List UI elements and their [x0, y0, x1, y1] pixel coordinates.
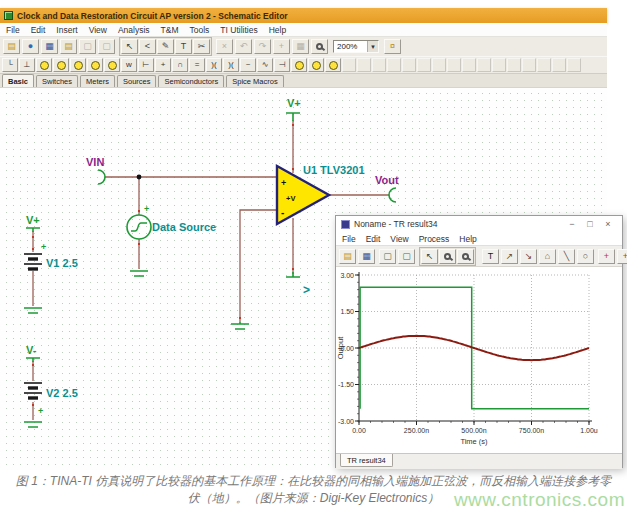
open-macro-icon[interactable]: ▤ [60, 39, 77, 54]
interactive-mode-icon[interactable]: ¤ [384, 39, 401, 54]
empty-toolbar-slot [537, 58, 551, 72]
svg-text:1.00u: 1.00u [580, 427, 598, 434]
relay-icon[interactable]: ∿ [257, 58, 273, 72]
chevron-down-icon[interactable]: ▼ [367, 41, 378, 52]
cursor-b-icon[interactable]: + [617, 249, 627, 264]
transformer2-icon[interactable]: )( [223, 58, 239, 72]
meter1-icon[interactable] [291, 58, 307, 72]
component-tab-row: BasicSwitchesMetersSourcesSemiconductors… [0, 73, 607, 87]
empty-toolbar-slot [507, 58, 521, 72]
zoom-in-icon[interactable] [439, 249, 456, 264]
menu-item-file[interactable]: File [342, 234, 356, 244]
open-file-icon[interactable]: ▤ [339, 249, 356, 264]
menu-item-edit[interactable]: Edit [31, 25, 46, 35]
empty-toolbar-slot [462, 58, 476, 72]
minimize-button[interactable]: − [563, 219, 581, 229]
undo-icon[interactable]: ↶ [235, 39, 252, 54]
tab-basic[interactable]: Basic [2, 74, 34, 87]
battery-icon[interactable] [53, 58, 69, 72]
tab-meters[interactable]: Meters [80, 75, 115, 87]
home-icon[interactable]: ⌂ [539, 249, 556, 264]
tab-sources[interactable]: Sources [117, 75, 157, 87]
magnifier-icon[interactable] [311, 39, 328, 54]
inductor-icon[interactable]: ∩ [172, 58, 188, 72]
current-source-icon[interactable] [70, 58, 86, 72]
text-tool-icon[interactable]: T [175, 39, 192, 54]
line-tool-icon[interactable]: ╲ [558, 249, 575, 264]
result-title-bar[interactable]: Noname - TR result34 −□× [336, 216, 622, 232]
ellipse-tool-icon[interactable]: ○ [577, 249, 594, 264]
resistor-icon[interactable]: w [121, 58, 137, 72]
netlist-icon[interactable]: ● [22, 39, 39, 54]
meter3-icon[interactable] [325, 58, 341, 72]
ground-icon[interactable]: ⊥ [19, 58, 35, 72]
svg-text:1.50: 1.50 [340, 308, 354, 315]
coupled-inductor-icon[interactable]: = [189, 58, 205, 72]
voltage-source-icon [40, 61, 49, 70]
menu-item-view[interactable]: View [89, 25, 107, 35]
menu-item-view[interactable]: View [390, 234, 408, 244]
cursor-a-icon[interactable]: + [598, 249, 615, 264]
empty-toolbar-slot [402, 58, 416, 72]
menu-item-file[interactable]: File [6, 25, 20, 35]
paste-icon[interactable]: ▢ [398, 249, 415, 264]
save-icon[interactable]: ▦ [41, 39, 58, 54]
potentiometer-icon[interactable]: ⊢ [138, 58, 154, 72]
tr-result-window: Noname - TR result34 −□× FileEditViewPro… [335, 215, 623, 468]
toolbar-group: ↖ [419, 247, 476, 266]
probe-b-icon[interactable]: ↘ [520, 249, 537, 264]
menu-item-edit[interactable]: Edit [366, 234, 381, 244]
copy-icon[interactable]: ▢ [379, 249, 396, 264]
open-file-icon[interactable]: ▤ [3, 39, 20, 54]
zoom-out-icon [462, 253, 469, 260]
delete-icon[interactable]: × [216, 39, 233, 54]
tab-spice-macros[interactable]: Spice Macros [226, 75, 283, 87]
svg-text:750.00n: 750.00n [519, 427, 544, 434]
empty-toolbar-slot [552, 58, 566, 72]
redo-icon[interactable]: ↷ [254, 39, 271, 54]
menu-item-process[interactable]: Process [419, 234, 450, 244]
save-icon[interactable]: ▦ [358, 249, 375, 264]
empty-toolbar-slot [492, 58, 506, 72]
battery-icon [57, 61, 66, 70]
switch-icon[interactable]: ~ [240, 58, 256, 72]
tab-switches[interactable]: Switches [36, 75, 78, 87]
result-tab[interactable]: TR result34 [340, 454, 393, 467]
capacitor-icon[interactable]: + [155, 58, 171, 72]
grid-icon[interactable]: ▦ [292, 39, 309, 54]
cut-icon[interactable]: ✂ [193, 39, 210, 54]
menu-item-help[interactable]: Help [269, 25, 286, 35]
menu-item-analysis[interactable]: Analysis [118, 25, 150, 35]
paste-icon[interactable]: ▢ [98, 39, 115, 54]
menu-item-help[interactable]: Help [459, 234, 476, 244]
close-button[interactable]: × [599, 219, 617, 229]
probe-a-icon[interactable]: ↗ [501, 249, 518, 264]
zoom-plus-icon[interactable]: + [273, 39, 290, 54]
wire-icon[interactable]: └ [2, 58, 18, 72]
menu-item-ti-utilities[interactable]: TI Utilities [220, 25, 257, 35]
cursor-icon[interactable]: ↖ [421, 249, 438, 264]
tab-semiconductors[interactable]: Semiconductors [158, 75, 224, 87]
maximize-button[interactable]: □ [581, 219, 599, 229]
voltage-generator-icon[interactable] [87, 58, 103, 72]
select-cursor-icon[interactable]: ↖ [121, 39, 138, 54]
copy-icon[interactable]: ▢ [79, 39, 96, 54]
pencil-icon[interactable]: ✎ [157, 39, 174, 54]
title-bar[interactable]: Clock and Data Restoration Circuit AP ve… [0, 8, 607, 23]
current-generator-icon[interactable] [104, 58, 120, 72]
meter2-icon[interactable] [308, 58, 324, 72]
menu-item-insert[interactable]: Insert [56, 25, 77, 35]
window-title: Clock and Data Restoration Circuit AP ve… [17, 11, 288, 21]
result-tab-bar: TR result34 [336, 453, 622, 469]
text-tool-icon[interactable]: T [482, 249, 499, 264]
voltage-source-icon[interactable] [36, 58, 52, 72]
waveform-chart: 3.001.500.00-1.50-3.000.00250.00n500.00n… [336, 267, 622, 453]
app-icon [4, 11, 13, 20]
transformer-icon[interactable]: )( [206, 58, 222, 72]
zoom-out-icon[interactable] [457, 249, 474, 264]
zoom-level-select[interactable]: 200%▼ [333, 40, 379, 53]
menu-item-t-m[interactable]: T&M [161, 25, 179, 35]
menu-item-tools[interactable]: Tools [190, 25, 210, 35]
jumper-icon[interactable]: ⊣ [274, 58, 290, 72]
wire-tool-icon[interactable]: < [139, 39, 156, 54]
